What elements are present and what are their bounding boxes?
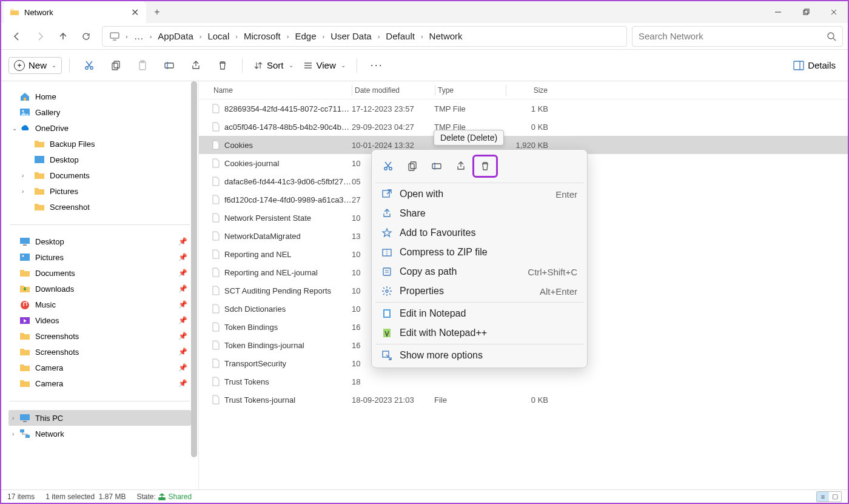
file-name: Cookies	[224, 141, 253, 150]
sidebar-item[interactable]: ›Pictures	[8, 183, 191, 199]
chevron-right-icon[interactable]: ›	[420, 33, 424, 40]
sidebar-item[interactable]: Downloads📌	[8, 281, 191, 297]
chevron-right-icon[interactable]: ›	[12, 415, 14, 422]
thispc-icon[interactable]	[106, 28, 123, 45]
breadcrumb-segment[interactable]: Default	[382, 30, 418, 42]
new-tab-button[interactable]: +	[146, 1, 168, 23]
back-button[interactable]	[6, 25, 28, 47]
column-size[interactable]: Size	[506, 86, 550, 95]
svg-rect-53	[384, 311, 389, 317]
cut-button[interactable]	[377, 156, 400, 176]
context-properties[interactable]: Properties Alt+Enter	[372, 281, 587, 301]
chevron-right-icon[interactable]: ›	[234, 33, 239, 40]
new-label: New	[29, 60, 47, 70]
column-name[interactable]: Name	[211, 86, 352, 95]
sidebar-item[interactable]: Desktop📌	[8, 234, 191, 249]
sidebar-item-home[interactable]: Home	[8, 89, 191, 104]
details-view-icon[interactable]: ≡	[817, 492, 829, 502]
sidebar-item[interactable]: Backup Files	[8, 136, 191, 152]
chevron-right-icon[interactable]: ›	[198, 33, 203, 40]
delete-button[interactable]	[210, 55, 235, 76]
chevron-right-icon[interactable]: ›	[22, 188, 24, 195]
rename-button[interactable]	[157, 55, 181, 76]
context-open-with[interactable]: Open with Enter	[372, 184, 587, 204]
sidebar-label: Pictures	[35, 253, 64, 262]
share-button[interactable]	[184, 55, 208, 76]
sidebar-item[interactable]: Screenshots📌	[8, 328, 191, 344]
breadcrumb-segment[interactable]: User Data	[327, 30, 375, 42]
rename-button[interactable]	[425, 156, 448, 176]
copy-button[interactable]	[104, 55, 128, 76]
sidebar-item[interactable]: Desktop	[8, 152, 191, 167]
thumbnails-view-icon[interactable]: ▢	[829, 492, 841, 502]
sidebar-item-onedrive[interactable]: ⌄ OneDrive	[8, 120, 191, 136]
share-button[interactable]	[449, 156, 472, 176]
maximize-button[interactable]	[792, 1, 820, 23]
context-label: Add to Favourites	[400, 227, 475, 238]
chevron-right-icon[interactable]: ›	[22, 172, 24, 179]
chevron-down-icon[interactable]: ⌄	[12, 125, 17, 132]
paste-button[interactable]	[130, 55, 155, 76]
context-share[interactable]: Share	[372, 204, 587, 223]
chevron-right-icon[interactable]: ›	[124, 33, 129, 40]
new-button[interactable]: + New ⌄	[8, 57, 62, 74]
tab-network[interactable]: Network ✕	[4, 1, 146, 23]
delete-button[interactable]	[474, 156, 497, 176]
breadcrumb-segment[interactable]: AppData	[154, 30, 196, 42]
file-row[interactable]: Trust Tokens18	[199, 372, 848, 391]
chevron-right-icon[interactable]: ›	[12, 431, 14, 437]
context-compress[interactable]: Compress to ZIP file	[372, 243, 587, 262]
column-date[interactable]: Date modified	[352, 86, 435, 95]
breadcrumb-segment[interactable]: Network	[426, 30, 466, 42]
chevron-right-icon[interactable]: ›	[286, 33, 290, 40]
context-copy-path[interactable]: Copy as path Ctrl+Shift+C	[372, 262, 587, 281]
sort-button[interactable]: Sort ⌄	[250, 58, 297, 73]
breadcrumb-segment[interactable]: Microsoft	[240, 30, 284, 42]
breadcrumb-segment[interactable]: Edge	[291, 30, 320, 42]
details-pane-button[interactable]: Details	[788, 60, 841, 70]
sidebar-item[interactable]: ›Documents	[8, 167, 191, 183]
chevron-right-icon[interactable]: ›	[149, 33, 153, 40]
music-icon	[19, 300, 30, 309]
scrollbar-thumb[interactable]	[191, 81, 197, 457]
refresh-button[interactable]	[75, 25, 97, 47]
sidebar-item-thispc[interactable]: › This PC	[8, 410, 191, 426]
context-edit-notepad[interactable]: Edit in Notepad	[372, 304, 587, 323]
breadcrumbs[interactable]: › … › AppData › Local › Microsoft › Edge…	[102, 26, 627, 47]
sidebar-item-gallery[interactable]: Gallery	[8, 104, 191, 120]
sidebar-item[interactable]: Screenshot	[8, 199, 191, 215]
sidebar-item[interactable]: Videos📌	[8, 312, 191, 328]
column-type[interactable]: Type	[435, 86, 506, 95]
close-window-button[interactable]	[820, 1, 848, 23]
forward-button[interactable]	[29, 25, 51, 47]
file-row[interactable]: ac05f046-1478-48b5-b4b2-90c4bdaa186...29…	[199, 118, 848, 136]
more-button[interactable]: ···	[364, 59, 389, 72]
view-toggle[interactable]: ≡ ▢	[816, 491, 842, 502]
divider	[10, 224, 190, 225]
ellipsis-icon[interactable]: …	[130, 28, 147, 45]
up-button[interactable]	[52, 25, 74, 47]
breadcrumb-segment[interactable]: Local	[204, 30, 233, 42]
copy-button[interactable]	[401, 156, 424, 176]
separator	[69, 58, 70, 73]
sidebar-item[interactable]: Documents📌	[8, 265, 191, 281]
sidebar-item[interactable]: Camera📌	[8, 375, 191, 391]
context-show-more[interactable]: Show more options	[372, 346, 587, 365]
sidebar-item[interactable]: Pictures📌	[8, 249, 191, 265]
sidebar-item-network[interactable]: › Network	[8, 426, 191, 442]
sidebar-item[interactable]: Camera📌	[8, 360, 191, 375]
sidebar-item[interactable]: Music📌	[8, 297, 191, 312]
context-favourites[interactable]: Add to Favourites	[372, 223, 587, 243]
file-row[interactable]: Trust Tokens-journal18-09-2023 21:03File…	[199, 391, 848, 409]
chevron-right-icon[interactable]: ›	[321, 33, 326, 40]
search-input[interactable]: Search Network	[632, 26, 843, 47]
view-button[interactable]: View ⌄	[300, 58, 349, 73]
close-icon[interactable]: ✕	[129, 7, 140, 18]
file-icon	[211, 358, 221, 368]
file-row[interactable]: 82869354-42fd-4415-8072-cc71137bca6f...1…	[199, 99, 848, 118]
cut-button[interactable]	[77, 55, 101, 76]
chevron-right-icon[interactable]: ›	[377, 33, 381, 40]
context-edit-npp[interactable]: Edit with Notepad++	[372, 323, 587, 343]
minimize-button[interactable]	[764, 1, 792, 23]
sidebar-item[interactable]: Screenshots📌	[8, 344, 191, 360]
